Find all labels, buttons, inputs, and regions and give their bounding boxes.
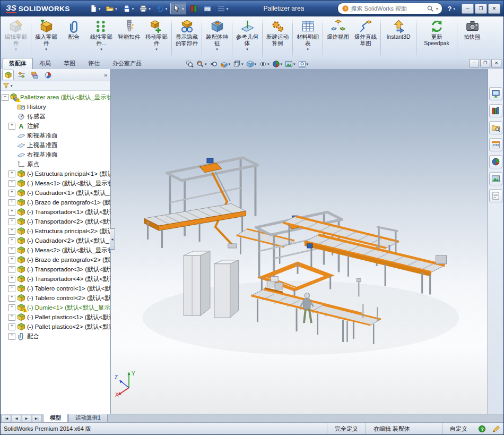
assembly-model[interactable]: [111, 69, 488, 414]
tree-item[interactable]: +配合: [2, 331, 110, 341]
doc-tab-model[interactable]: 模型: [43, 413, 68, 423]
last-tab-button[interactable]: ▶|: [32, 415, 41, 423]
bom-button[interactable]: 材料明细表▾: [294, 18, 321, 60]
chevron-down-icon[interactable]: ▾: [307, 47, 309, 51]
tree-item[interactable]: +(-) Brazo de pantografo<2> (默认<默认_显示状态-…: [2, 255, 110, 265]
help-button[interactable]: ? ▾: [446, 5, 457, 13]
tab-evaluate[interactable]: 评估: [82, 58, 106, 69]
displaymanager-tab[interactable]: [42, 70, 54, 80]
first-tab-button[interactable]: |◀: [2, 415, 11, 423]
chevron-down-icon[interactable]: ▾: [11, 84, 13, 88]
motion-study-button[interactable]: 新建运动算例: [264, 18, 291, 60]
chevron-down-icon[interactable]: ▾: [216, 47, 218, 51]
expand-icon[interactable]: +: [8, 123, 15, 130]
resources-button[interactable]: [489, 87, 502, 100]
expand-icon[interactable]: +: [8, 209, 15, 216]
panel-splitter[interactable]: ◄: [110, 228, 115, 250]
chevron-down-icon[interactable]: ▾: [241, 62, 244, 66]
tree-item[interactable]: 右视基准面: [2, 150, 110, 159]
tree-item[interactable]: +(-) Estructura principal<1> (默认<默认_显示状态…: [2, 169, 110, 178]
mate-button[interactable]: 配合: [60, 18, 88, 60]
tree-item[interactable]: +(-) Estructura principal<2> (默认<默认_显示状态…: [2, 226, 110, 236]
view-orientation-button[interactable]: ▾: [232, 60, 244, 68]
zoom-area-button[interactable]: ▾: [196, 60, 207, 68]
expand-icon[interactable]: +: [8, 190, 15, 197]
tree-item[interactable]: +!(-) Dumie<1> (默认<默认_显示状态-1>): [2, 303, 110, 312]
expand-icon[interactable]: +: [8, 199, 15, 206]
show-hidden-button[interactable]: 显示隐藏的零部件: [173, 18, 201, 60]
smart-fasteners-button[interactable]: 智能扣件: [115, 18, 143, 60]
expand-icon[interactable]: +: [8, 247, 15, 254]
scenes-button[interactable]: [489, 172, 502, 185]
expand-icon[interactable]: +: [8, 237, 15, 244]
doc-tab-motion-study-1[interactable]: 运动算例1: [68, 413, 108, 423]
propertymanager-tab[interactable]: [15, 70, 27, 80]
chevron-down-icon[interactable]: ▾: [246, 47, 248, 51]
apply-scene-button[interactable]: ▾: [284, 60, 296, 68]
expand-icon[interactable]: +: [8, 295, 15, 302]
chevron-down-icon[interactable]: ▾: [99, 7, 101, 11]
edit-appearance-button[interactable]: ▾: [272, 60, 283, 68]
graphics-area[interactable]: Y X Z: [111, 69, 488, 414]
chevron-down-icon[interactable]: ▾: [132, 7, 134, 11]
zoom-fit-button[interactable]: [185, 60, 194, 68]
insert-component-button[interactable]: 插入零部件▾: [32, 18, 60, 60]
tree-item[interactable]: +(-) Cuadrador<2> (默认<默认_显示状态-1>): [2, 236, 110, 245]
assembly-features-button[interactable]: 装配体特征▾: [203, 18, 231, 60]
search-icon[interactable]: [427, 5, 434, 12]
chevron-down-icon[interactable]: ▾: [453, 7, 455, 11]
expand-icon[interactable]: +: [8, 304, 15, 311]
chevron-down-icon[interactable]: ▾: [307, 62, 309, 66]
explode-line-button[interactable]: 爆炸直线草图: [352, 18, 379, 60]
tab-office-products[interactable]: 办公室产品: [106, 58, 148, 69]
close-button[interactable]: ✕: [488, 4, 500, 14]
tree-item[interactable]: +(-) Brazo de pantografo<1> (默认<默认_显示状态-…: [2, 198, 110, 207]
chevrons-right-icon[interactable]: »: [102, 72, 109, 78]
featuremanager-tab[interactable]: [2, 70, 14, 80]
move-component-button[interactable]: 移动零部件▾: [143, 18, 170, 60]
linear-pattern-button[interactable]: 线性零部件...▾: [88, 18, 115, 60]
search-input[interactable]: 搜索 SolidWorks 帮助: [351, 5, 424, 13]
file-properties-button[interactable]: [201, 3, 214, 14]
display-style-button[interactable]: ▾: [246, 60, 257, 68]
design-library-button[interactable]: [489, 104, 502, 117]
file-explorer-button[interactable]: [489, 121, 502, 134]
expand-icon[interactable]: +: [8, 180, 15, 187]
minimize-button[interactable]: ─: [462, 4, 474, 14]
chevron-down-icon[interactable]: ▾: [166, 7, 168, 11]
chevron-down-icon[interactable]: ▾: [436, 7, 438, 11]
tree-item[interactable]: 传感器: [2, 112, 110, 121]
unit-system[interactable]: 自定义: [442, 423, 475, 434]
previous-tab-button[interactable]: ◀: [12, 415, 21, 423]
chevron-down-icon[interactable]: ▾: [45, 47, 47, 51]
filter-bar[interactable]: ▾: [1, 81, 110, 91]
chevron-down-icon[interactable]: ▾: [205, 62, 207, 66]
chevron-down-icon[interactable]: ▾: [255, 62, 257, 66]
document-minimize-button[interactable]: ─: [469, 59, 479, 67]
open-document-button[interactable]: ▾: [103, 3, 119, 14]
expand-icon[interactable]: +: [8, 276, 15, 283]
chevron-down-icon[interactable]: ▾: [115, 7, 117, 11]
undo-button[interactable]: ▾: [154, 3, 170, 14]
chevron-down-icon[interactable]: ▾: [227, 7, 229, 11]
expand-icon[interactable]: +: [8, 257, 15, 263]
expand-icon[interactable]: +: [8, 323, 15, 330]
tree-item[interactable]: 前视基准面: [2, 131, 110, 140]
tree-item[interactable]: +(-) Transportador<3> (默认<默认_显示状态-1>): [2, 265, 110, 274]
document-restore-button[interactable]: ❐: [480, 59, 490, 67]
exploded-view-button[interactable]: 爆炸视图: [324, 18, 352, 60]
tree-item[interactable]: +(-) Transportador<4> (默认<默认_显示状态-1>): [2, 274, 110, 284]
chevron-down-icon[interactable]: ▾: [15, 47, 17, 51]
collapse-icon[interactable]: −: [2, 94, 8, 101]
quick-tips-icon[interactable]: ?: [478, 425, 486, 433]
chevron-down-icon[interactable]: ▾: [100, 47, 102, 51]
expand-icon[interactable]: +: [8, 333, 15, 340]
expand-icon[interactable]: +: [8, 228, 15, 235]
instant3d-button[interactable]: Instant3D: [382, 18, 415, 60]
tree-item[interactable]: +A注解: [2, 121, 110, 131]
expand-icon[interactable]: +: [8, 314, 15, 321]
tree-item[interactable]: 上视基准面: [2, 140, 110, 150]
chevron-down-icon[interactable]: ▾: [155, 47, 158, 51]
tab-assembly[interactable]: 装配体: [3, 58, 33, 69]
tab-sketch[interactable]: 草图: [57, 58, 82, 69]
